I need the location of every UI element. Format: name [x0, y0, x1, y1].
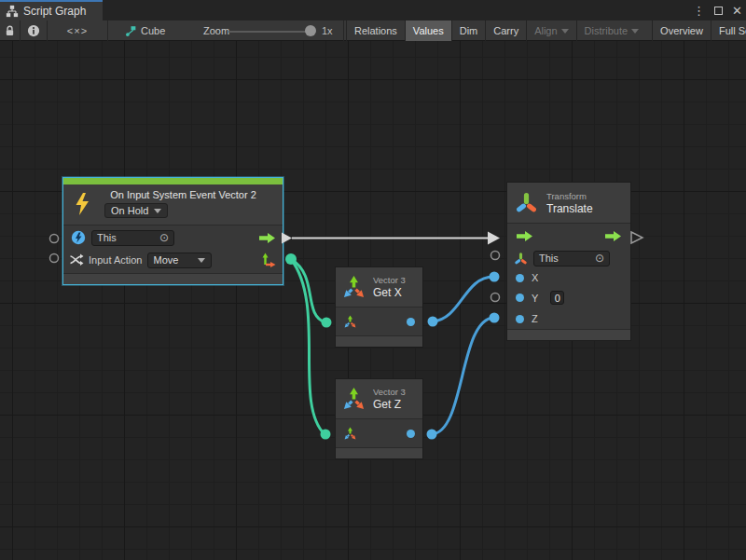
event-node-header: On Input System Event Vector 2 On Hold — [63, 184, 283, 225]
target-picker-icon[interactable]: ⊙ — [159, 232, 169, 243]
code-preview-button[interactable]: <×> — [48, 20, 107, 41]
get-x-port-row — [336, 307, 422, 335]
wire-get-z-to-translate-z[interactable] — [432, 318, 493, 434]
translate-y-value-field[interactable]: 0 — [550, 291, 564, 305]
event-node-title: On Input System Event Vector 2 — [110, 189, 256, 200]
event-this-field[interactable]: This ⊙ — [91, 230, 174, 246]
lock-button[interactable] — [0, 20, 20, 41]
translate-title: Translate — [546, 202, 593, 215]
distribute-dropdown[interactable]: Distribute — [576, 20, 646, 41]
get-x-title: Get X — [373, 286, 406, 299]
wire-event-to-get-x[interactable] — [291, 259, 325, 322]
float-type-icon — [516, 274, 524, 282]
vector2-type-icon — [261, 253, 276, 267]
tab-script-graph[interactable]: Script Graph — [0, 0, 103, 20]
target-picker-icon[interactable]: ⊙ — [595, 253, 604, 264]
overview-button[interactable]: Overview — [652, 20, 711, 41]
translate-trigger-row — [507, 224, 630, 248]
translate-header: Transform Translate — [507, 183, 630, 224]
get-x-footer — [336, 335, 422, 347]
translate-z-row: Z — [507, 308, 630, 329]
float-type-icon — [407, 318, 415, 326]
port-translate-z-in[interactable] — [490, 313, 500, 323]
translate-x-label: X — [532, 272, 538, 283]
window-close-icon[interactable]: ✕ — [732, 5, 742, 17]
input-system-icon — [71, 230, 86, 245]
input-action-dropdown[interactable]: Move — [147, 253, 212, 268]
port-get-z-in[interactable] — [321, 430, 331, 440]
translate-y-label: Y — [532, 293, 538, 304]
port-event-action-in[interactable] — [50, 254, 59, 263]
get-z-title: Get Z — [373, 398, 406, 411]
port-translate-this-in[interactable] — [491, 252, 500, 260]
event-action-label: Input Action — [89, 254, 143, 266]
node-vector3-get-z[interactable]: Vector 3 Get Z — [335, 378, 423, 459]
input-action-icon — [69, 253, 84, 267]
event-node-footer — [63, 273, 283, 284]
script-graph-window: Script Graph ⋮ ✕ <×> — [0, 0, 746, 560]
translate-category: Transform — [546, 191, 593, 202]
graph-node-icon — [125, 25, 137, 37]
event-mode-dropdown[interactable]: On Hold — [104, 203, 168, 218]
port-event-this-in[interactable] — [50, 235, 59, 243]
port-get-x-in[interactable] — [322, 318, 332, 328]
get-x-header: Vector 3 Get X — [336, 267, 422, 307]
graph-canvas[interactable]: On Input System Event Vector 2 On Hold T… — [0, 41, 746, 560]
translate-this-field[interactable]: This ⊙ — [533, 251, 610, 266]
zoom-slider-track[interactable] — [228, 31, 312, 33]
port-translate-flow-out[interactable] — [631, 232, 642, 243]
vector3-type-icon — [343, 315, 357, 329]
get-z-header: Vector 3 Get Z — [336, 379, 422, 419]
node-transform-translate[interactable]: Transform Translate This — [506, 182, 631, 341]
event-node-accent-bar — [63, 178, 283, 184]
node-vector3-get-x[interactable]: Vector 3 Get X — [335, 266, 423, 348]
graph-toolbar: <×> Cube Zoom 1x Relations Values Dim Ca… — [0, 20, 746, 41]
dropdown-arrow-icon — [198, 258, 205, 263]
dropdown-arrow-icon — [631, 29, 639, 34]
relations-button[interactable]: Relations — [346, 20, 405, 41]
get-z-port-row — [336, 419, 422, 447]
port-translate-y-in[interactable] — [491, 294, 500, 302]
float-type-icon — [516, 315, 524, 323]
dropdown-arrow-icon — [561, 29, 569, 34]
translate-footer — [507, 329, 630, 340]
dim-button[interactable]: Dim — [451, 20, 486, 41]
get-z-category: Vector 3 — [373, 387, 406, 398]
toolbar-separator — [107, 20, 108, 41]
graph-icon — [6, 5, 19, 18]
lock-icon — [4, 24, 16, 37]
translate-x-row: X — [507, 268, 630, 287]
translate-z-label: Z — [532, 313, 538, 324]
port-get-z-out[interactable] — [427, 430, 437, 440]
dropdown-arrow-icon — [154, 209, 161, 213]
translate-y-row: Y 0 — [507, 287, 630, 308]
toolbar-buttons: Relations Values Dim Carry Align Distrib… — [346, 20, 746, 41]
port-translate-x-in[interactable] — [490, 272, 500, 282]
port-event-vector2-out[interactable] — [285, 253, 297, 265]
window-menu-icon[interactable]: ⋮ — [693, 5, 705, 17]
vector3-icon — [341, 275, 366, 300]
port-get-x-out[interactable] — [428, 317, 438, 327]
tab-bar: Script Graph ⋮ ✕ — [0, 0, 746, 20]
info-icon — [27, 24, 40, 37]
zoom-slider-handle[interactable] — [305, 25, 316, 36]
wire-get-x-to-translate-x[interactable] — [433, 277, 493, 321]
toolbar-separator — [343, 20, 344, 41]
inspect-button[interactable] — [21, 20, 47, 41]
carry-button[interactable]: Carry — [485, 20, 526, 41]
window-maximize-icon[interactable] — [714, 7, 723, 15]
float-type-icon — [516, 294, 524, 302]
port-translate-flow-in[interactable] — [488, 232, 500, 245]
event-action-row: Input Action Move — [63, 250, 283, 270]
wire-event-to-get-z[interactable] — [291, 259, 325, 434]
lightning-bolt-icon — [73, 192, 91, 216]
node-on-input-system-event[interactable]: On Input System Event Vector 2 On Hold T… — [62, 177, 283, 285]
graph-reference-breadcrumb[interactable]: Cube — [141, 20, 165, 41]
values-button[interactable]: Values — [405, 20, 451, 41]
full-screen-button[interactable]: Full Screen — [711, 20, 746, 41]
get-z-footer — [336, 447, 422, 458]
window-controls: ⋮ ✕ — [693, 0, 742, 20]
translate-this-row: This ⊙ — [507, 248, 630, 268]
flow-arrow-icon — [604, 230, 622, 242]
align-dropdown[interactable]: Align — [526, 20, 575, 41]
